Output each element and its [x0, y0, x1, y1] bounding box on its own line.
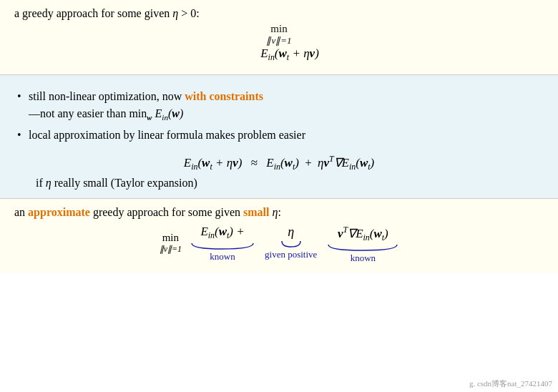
bullet1-highlight: with constraints [185, 90, 263, 102]
term1-label: known [210, 251, 235, 263]
top-formula-block: min ‖v‖=1 Ein(wt + ηv) [14, 23, 544, 63]
bullet1-bold-w: w [147, 109, 152, 119]
middle-formula-block: Ein(wt + ηv) ≈ Ein(wt) + ηvT∇Ein(wt) [14, 154, 544, 172]
bottom-small-label: small [243, 206, 269, 218]
bottom-min-text: min [162, 232, 179, 244]
top-gt-zero: > 0: [178, 7, 199, 19]
bullet1-start: still non-linear optimization, now [29, 90, 185, 102]
top-expression: Ein(wt + ηv) [260, 46, 319, 63]
approx-symbol: ≈ [251, 156, 258, 170]
middle-rhs1: Ein(wt) [266, 156, 302, 170]
bullet-item-2: local approximation by linear formula ma… [14, 127, 544, 144]
bottom-intro-start: an [14, 206, 28, 218]
bullet-item-1: still non-linear optimization, now with … [14, 88, 544, 124]
top-constraint: ‖v‖=1 [266, 35, 291, 46]
taylor-text: really small (Taylor expansion) [52, 177, 197, 189]
taylor-note: if η really small (Taylor expansion) [14, 177, 544, 190]
section-middle: still non-linear optimization, now with … [0, 75, 558, 199]
term1-group: Ein(wt) + known [190, 225, 255, 262]
watermark: g. csdn博客nat_27421407 [469, 378, 552, 389]
top-eta: η [172, 7, 178, 19]
underbrace2-svg [280, 240, 302, 248]
middle-rhs2: ηvT∇Ein(wt) [318, 156, 374, 170]
bullet1-ein: Ein(w) [152, 107, 184, 119]
bottom-intro: an approximate greedy approach for some … [14, 206, 544, 219]
term2-expr: η [288, 225, 294, 240]
top-intro-text: a greedy approach for some given [14, 7, 172, 19]
bottom-intro-end: greedy approach for some given [90, 206, 243, 218]
bottom-min-over: min ‖v‖=1 [160, 232, 182, 255]
bottom-eta: η [270, 206, 278, 218]
underbrace3-svg [327, 243, 398, 252]
watermark-text: g. csdn博客nat_27421407 [469, 379, 552, 388]
bottom-constraint: ‖v‖=1 [160, 244, 182, 255]
bottom-highlight: approximate [28, 206, 90, 218]
bottom-formula-row: min ‖v‖=1 Ein(wt) + known η given positi… [14, 225, 544, 264]
bullet2-text: local approximation by linear formula ma… [29, 129, 305, 141]
term1-expr: Ein(wt) + [200, 225, 244, 241]
bottom-colon: : [278, 206, 280, 218]
term2-group: η given positive [265, 225, 317, 260]
section-top: a greedy approach for some given η > 0: … [0, 0, 558, 75]
taylor-if: if [36, 177, 46, 189]
top-min-over: min ‖v‖=1 [266, 23, 291, 46]
plus1: + [305, 156, 312, 170]
term3-group: vT∇Ein(wt) known [327, 225, 398, 264]
taylor-eta: η [46, 177, 52, 189]
section-bottom: an approximate greedy approach for some … [0, 199, 558, 273]
bullet-list: still non-linear optimization, now with … [14, 82, 544, 150]
top-min-text: min [270, 23, 287, 35]
top-intro: a greedy approach for some given η > 0: [14, 7, 544, 20]
top-ein: Ein(wt + ηv) [260, 46, 319, 60]
underbrace1-svg [190, 242, 255, 250]
middle-lhs: Ein(wt + ηv) [184, 156, 245, 170]
bullet1-end: —not any easier than min [29, 107, 147, 119]
term2-label: given positive [265, 249, 317, 260]
term3-label: known [351, 253, 376, 264]
term3-expr: vT∇Ein(wt) [338, 225, 388, 243]
